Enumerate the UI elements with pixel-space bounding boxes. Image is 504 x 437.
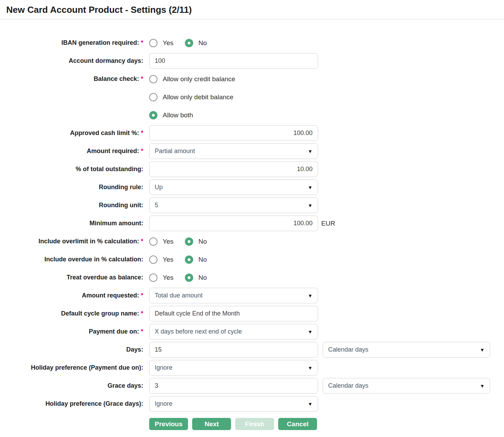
selected-value: Up [155,184,163,191]
field-label: % of total outstanding: [0,161,143,177]
iban-no-label[interactable]: No [198,39,207,47]
field-holiday-preference-payment: Holiday preference (Payment due on): Ign… [0,360,504,376]
field-label: Amount required:* [0,143,143,159]
default-cycle-group-name-input[interactable] [149,306,318,321]
field-rounding-rule: Rounding rule: Up ▼ [0,179,504,195]
balance-debit-radio[interactable] [149,93,157,101]
holiday-preference-payment-select[interactable]: Ignore ▼ [149,360,318,376]
approved-cash-limit-input[interactable] [149,125,318,141]
field-label: Days: [0,342,143,358]
minimum-amount-input[interactable] [149,216,318,231]
overlimit-no-radio[interactable] [185,237,193,246]
required-asterisk: * [141,238,143,245]
chevron-down-icon: ▼ [308,402,313,406]
finish-button[interactable]: Finish [235,418,274,430]
field-label: Rounding unit: [0,198,143,213]
treat-overdue-no-label[interactable]: No [198,274,207,281]
page-title: New Card Account Product - Settings (2/1… [0,0,504,19]
field-treat-overdue: Treat overdue as balance: Yes No [0,270,504,285]
holiday-preference-grace-select[interactable]: Ignore ▼ [149,396,318,412]
days-input[interactable] [149,342,318,358]
overdue-yes-radio[interactable] [149,255,157,264]
field-label: Balance check:* [0,71,143,87]
overlimit-yes-radio[interactable] [149,237,157,246]
pct-total-outstanding-input[interactable] [149,161,318,177]
selected-value: Calendar days [328,346,368,353]
rounding-unit-select[interactable]: 5 ▼ [149,198,318,213]
field-label: Include overlimit in % calculation:* [0,234,143,249]
overdue-yes-label[interactable]: Yes [163,256,173,263]
field-amount-requested: Amount requested:* Total due amount ▼ [0,288,504,303]
field-amount-required: Amount required:* Partial amount ▼ [0,143,504,159]
currency-label: EUR [321,220,335,227]
rounding-rule-select[interactable]: Up ▼ [149,179,318,195]
field-holiday-preference-grace: Holiday preference (Grace days): Ignore … [0,396,504,412]
selected-value: Ignore [155,364,172,371]
field-account-dormancy-days: Account dormancy days: [0,53,504,69]
balance-credit-label[interactable]: Allow only credit balance [163,75,235,83]
balance-both-radio[interactable] [149,111,157,119]
field-balance-check: Balance check:* Allow only credit balanc… [0,71,504,123]
amount-requested-select[interactable]: Total due amount ▼ [149,288,318,303]
selected-value: Total due amount [155,292,203,299]
balance-both-label[interactable]: Allow both [163,111,193,119]
treat-overdue-yes-label[interactable]: Yes [163,274,173,281]
required-asterisk: * [141,148,143,154]
grace-days-unit-select[interactable]: Calendar days ▼ [323,378,490,394]
overdue-no-radio[interactable] [185,255,193,264]
overdue-no-label[interactable]: No [198,256,207,263]
field-label: Account dormancy days: [0,53,143,69]
field-default-cycle-group-name: Default cycle group name:* [0,306,504,321]
field-label: Rounding rule: [0,179,143,195]
required-asterisk: * [141,328,143,335]
field-label: Holiday preference (Payment due on): [0,360,143,376]
balance-debit-label[interactable]: Allow only debit balance [163,93,233,101]
previous-button[interactable]: Previous [149,418,188,430]
chevron-down-icon: ▼ [308,365,313,370]
field-label: Include overdue in % calculation: [0,252,143,267]
chevron-down-icon: ▼ [480,384,485,388]
selected-value: X days before next end of cycle [155,328,242,335]
field-label: Default cycle group name:* [0,306,143,321]
next-button[interactable]: Next [192,418,231,430]
required-asterisk: * [141,75,143,82]
field-label: Payment due on:* [0,324,143,339]
treat-overdue-no-radio[interactable] [185,274,193,282]
field-label: Treat overdue as balance: [0,270,143,285]
selected-value: Partial amount [155,148,195,155]
overlimit-yes-label[interactable]: Yes [163,238,173,245]
required-asterisk: * [141,292,143,299]
cancel-button[interactable]: Cancel [278,418,317,430]
field-minimum-amount: Minimum amount: EUR [0,216,504,231]
payment-due-on-select[interactable]: X days before next end of cycle ▼ [149,324,318,339]
chevron-down-icon: ▼ [308,203,313,208]
field-label: Amount requested:* [0,288,143,303]
chevron-down-icon: ▼ [308,293,313,298]
chevron-down-icon: ▼ [308,185,313,190]
field-label: Minimum amount: [0,216,143,231]
field-label: Approved cash limit %:* [0,125,143,141]
overlimit-no-label[interactable]: No [198,238,207,245]
field-include-overlimit: Include overlimit in % calculation:* Yes… [0,234,504,249]
field-approved-cash-limit: Approved cash limit %:* [0,125,504,141]
required-asterisk: * [141,310,143,317]
field-label: Holiday preference (Grace days): [0,396,143,412]
selected-value: Calendar days [328,382,368,389]
selected-value: Ignore [155,400,172,407]
grace-days-input[interactable] [149,378,318,394]
field-iban-generation-required: IBAN generation required:* Yes No [0,35,504,51]
iban-yes-label[interactable]: Yes [163,39,173,47]
settings-form: IBAN generation required:* Yes No Accoun… [0,19,504,430]
iban-yes-radio[interactable] [149,39,157,47]
days-unit-select[interactable]: Calendar days ▼ [323,342,490,358]
account-dormancy-days-input[interactable] [149,53,318,69]
field-rounding-unit: Rounding unit: 5 ▼ [0,198,504,213]
balance-credit-radio[interactable] [149,75,157,83]
iban-no-radio[interactable] [185,39,193,47]
treat-overdue-yes-radio[interactable] [149,274,157,282]
field-include-overdue: Include overdue in % calculation: Yes No [0,252,504,267]
amount-required-select[interactable]: Partial amount ▼ [149,143,318,159]
chevron-down-icon: ▼ [480,347,485,352]
required-asterisk: * [141,39,143,46]
selected-value: 5 [155,202,158,209]
